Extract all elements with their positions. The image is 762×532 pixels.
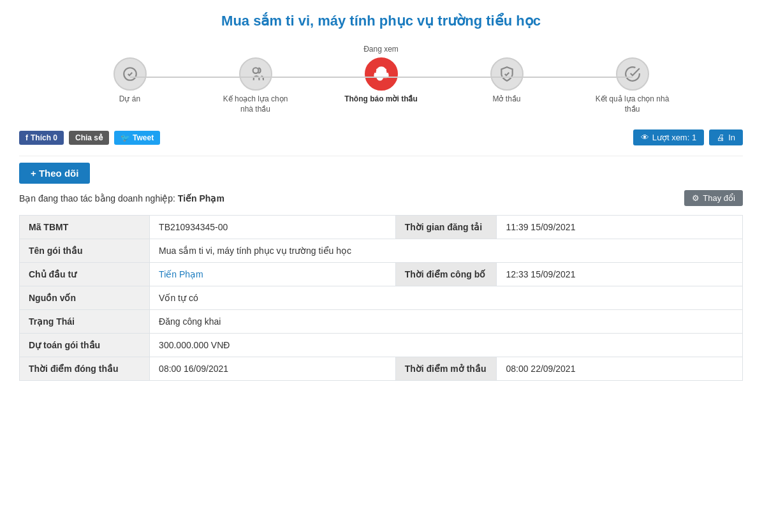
enterprise-name: Tiến Phạm	[178, 193, 224, 203]
step-ket-qua[interactable]: Kết quả lựa chọn nhà thầu	[594, 45, 671, 114]
enterprise-text: Bạn đang thao tác bằng doanh nghiệp: Tiế…	[19, 193, 224, 203]
value-ma-tbmt: TB210934345-00	[150, 216, 396, 239]
page-title: Mua sắm ti vi, máy tính phục vụ trường t…	[19, 13, 743, 29]
step-current-label: Đang xem	[363, 45, 399, 55]
step-thong-bao[interactable]: Đang xem Thông báo mời thầu	[343, 45, 420, 105]
label-thoi-diem-mo-thau: Thời điểm mở thầu	[395, 357, 497, 381]
value-thoi-diem-dong-thau: 08:00 16/09/2021	[150, 357, 396, 381]
step-circle-mo-thau	[490, 57, 524, 91]
label-thoi-diem-cong-bo: Thời điểm công bố	[395, 263, 497, 286]
progress-steps: Dự án Kế hoạch lựa chọn nhà thầu Đang xe…	[92, 45, 671, 114]
step-label-mo-thau: Mở thầu	[492, 94, 520, 105]
megaphone-icon	[373, 66, 390, 82]
view-count-label: Lượt xem: 1	[652, 133, 696, 142]
step-du-an[interactable]: Dự án	[92, 45, 168, 105]
print-button[interactable]: 🖨 In	[709, 129, 743, 145]
step-circle-du-an	[114, 57, 147, 91]
value-nguon-von: Vốn tự có	[150, 286, 743, 310]
value-thoi-gian-dang-tai: 11:39 15/09/2021	[497, 216, 743, 239]
action-bar: + Theo dõi	[19, 163, 743, 184]
value-trang-thai: Đăng công khai	[150, 310, 743, 334]
social-bar: f Thích 0 Chia sẻ 🐦 Tweet 👁 Lượt xem: 1 …	[19, 129, 743, 145]
check-circle-icon	[624, 66, 641, 82]
label-thoi-diem-dong-thau: Thời điểm đóng thầu	[20, 357, 150, 381]
step-label-ke-hoach: Kế hoạch lựa chọn nhà thầu	[217, 94, 294, 114]
label-ten-goi-thau: Tên gói thầu	[20, 239, 150, 263]
theo-doi-button[interactable]: + Theo dõi	[19, 163, 90, 184]
label-thoi-gian-dang-tai: Thời gian đăng tải	[395, 216, 497, 239]
table-row: Dự toán gói thầu 300.000.000 VNĐ	[20, 334, 743, 357]
step-label-ket-qua: Kết quả lựa chọn nhà thầu	[594, 94, 671, 114]
step-mo-thau[interactable]: Mở thầu	[469, 45, 545, 105]
label-ma-tbmt: Mã TBMT	[20, 216, 150, 239]
step-circle-ket-qua	[616, 57, 649, 91]
step-ke-hoach[interactable]: Kế hoạch lựa chọn nhà thầu	[217, 45, 294, 114]
share-label: Chia sẻ	[75, 133, 103, 142]
step-circle-thong-bao	[365, 57, 398, 91]
step-label-thong-bao: Thông báo mời thầu	[344, 94, 418, 105]
table-row: Thời điểm đóng thầu 08:00 16/09/2021 Thờ…	[20, 357, 743, 381]
tweet-label: Tweet	[133, 133, 154, 142]
value-ten-goi-thau: Mua sắm ti vi, máy tính phục vụ trường t…	[150, 239, 743, 263]
enterprise-prefix: Bạn đang thao tác bằng doanh nghiệp:	[19, 193, 175, 203]
thay-doi-button[interactable]: ⚙ Thay đổi	[684, 190, 743, 206]
social-right: 👁 Lượt xem: 1 🖨 In	[633, 129, 743, 145]
label-du-toan: Dự toán gói thầu	[20, 334, 150, 357]
gear-icon: ⚙	[692, 193, 700, 203]
label-chu-dau-tu: Chủ đầu tư	[20, 263, 150, 286]
enterprise-info: Bạn đang thao tác bằng doanh nghiệp: Tiế…	[19, 190, 743, 206]
share-button[interactable]: Chia sẻ	[69, 131, 109, 145]
value-thoi-diem-mo-thau: 08:00 22/09/2021	[497, 357, 743, 381]
label-trang-thai: Trạng Thái	[20, 310, 150, 334]
social-left: f Thích 0 Chia sẻ 🐦 Tweet	[19, 131, 160, 145]
value-chu-dau-tu: Tiến Phạm	[150, 263, 396, 286]
info-table: Mã TBMT TB210934345-00 Thời gian đăng tả…	[19, 215, 743, 381]
view-count-button[interactable]: 👁 Lượt xem: 1	[633, 129, 704, 145]
label-nguon-von: Nguồn vốn	[20, 286, 150, 310]
group-icon	[247, 66, 264, 82]
tweet-button[interactable]: 🐦 Tweet	[114, 131, 160, 145]
table-row: Mã TBMT TB210934345-00 Thời gian đăng tả…	[20, 216, 743, 239]
chu-dau-tu-link[interactable]: Tiến Phạm	[159, 269, 203, 279]
print-label: In	[728, 133, 735, 142]
divider-1	[19, 156, 743, 156]
value-thoi-diem-cong-bo: 12:33 15/09/2021	[497, 263, 743, 286]
fb-label: Thích 0	[31, 133, 57, 142]
facebook-like-button[interactable]: f Thích 0	[19, 131, 64, 145]
user-check-icon	[122, 66, 138, 82]
table-row: Nguồn vốn Vốn tự có	[20, 286, 743, 310]
table-row: Trạng Thái Đăng công khai	[20, 310, 743, 334]
progress-bar: Dự án Kế hoạch lựa chọn nhà thầu Đang xe…	[19, 45, 743, 114]
twitter-icon: 🐦	[121, 133, 130, 142]
table-row: Chủ đầu tư Tiến Phạm Thời điểm công bố 1…	[20, 263, 743, 286]
value-du-toan: 300.000.000 VNĐ	[150, 334, 743, 357]
thay-doi-label: Thay đổi	[703, 193, 735, 203]
shield-check-icon	[499, 66, 515, 82]
step-circle-ke-hoach	[239, 57, 272, 91]
step-label-du-an: Dự án	[119, 94, 140, 105]
printer-icon: 🖨	[717, 133, 725, 142]
fb-icon: f	[26, 133, 28, 142]
table-row: Tên gói thầu Mua sắm ti vi, máy tính phụ…	[20, 239, 743, 263]
eye-icon: 👁	[641, 133, 649, 142]
